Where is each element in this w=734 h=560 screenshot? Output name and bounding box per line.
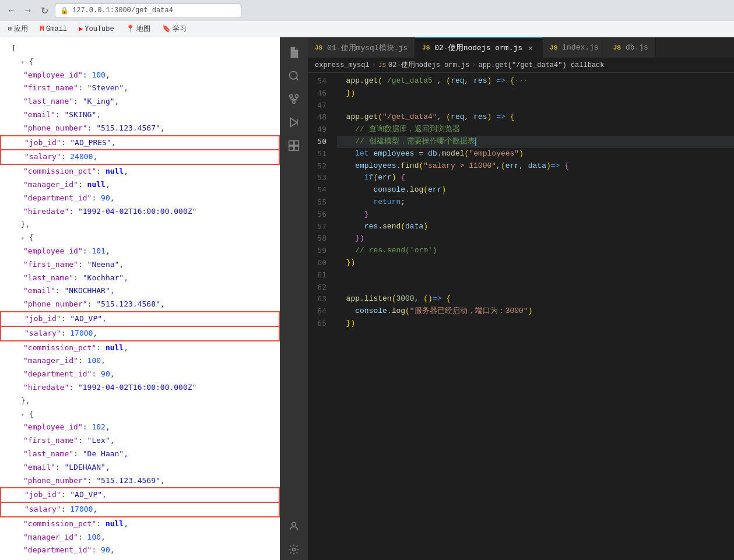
- svg-point-11: [292, 522, 296, 526]
- tab-02-orm[interactable]: JS 02-使用nodejs orm.js ✕: [415, 37, 543, 58]
- svg-line-1: [296, 78, 298, 80]
- code-line: // res.send('orm'): [337, 245, 734, 257]
- tab-close-button[interactable]: ✕: [526, 43, 535, 52]
- json-field: "commission_pct": null,: [0, 517, 280, 531]
- json-field: "employee_id": 101,: [0, 245, 280, 258]
- code-line: app.get("/get_data4", (req, res) => {: [337, 111, 734, 124]
- json-field: "hiredate": "1992-04-02T16:00:00.000Z": [0, 205, 280, 219]
- json-field: "department_id": 90,: [0, 544, 280, 557]
- json-obj1-open: ▾ {: [0, 55, 280, 69]
- svg-point-12: [293, 548, 296, 551]
- url-text: 127.0.0.1:3000/get_data4: [72, 6, 173, 15]
- forward-button[interactable]: →: [21, 3, 35, 17]
- code-line: }): [337, 87, 734, 100]
- breadcrumb-item: express_mysql: [315, 61, 370, 69]
- tab-lang-icon: JS: [613, 44, 621, 51]
- tab-index[interactable]: JS index.js: [543, 37, 606, 58]
- back-button[interactable]: ←: [5, 3, 19, 17]
- json-field: "department_id": 90,: [0, 192, 280, 205]
- run-icon[interactable]: [283, 112, 304, 133]
- tab-label: 02-使用nodejs orm.js: [434, 43, 522, 53]
- code-line: let employees = db.model("employees"): [337, 148, 734, 160]
- json-field: "last_name": "Kochhar",: [0, 272, 280, 285]
- tab-db[interactable]: JS db.js: [606, 37, 656, 58]
- json-field: "employee_id": 100,: [0, 69, 280, 82]
- svg-point-2: [293, 101, 296, 104]
- code-line: return;: [337, 196, 734, 209]
- bookmark-gmail[interactable]: M Gmail: [36, 23, 71, 34]
- code-line: }): [337, 257, 734, 269]
- code-line: if(err) {: [337, 172, 734, 184]
- json-highlight-row6: "salary": 17000,: [0, 503, 280, 517]
- json-field: "first_name": "Steven",: [0, 82, 280, 95]
- code-editor[interactable]: 54 46 47 48 49 50 51 52 53 54 55 56: [308, 73, 734, 560]
- svg-rect-8: [294, 141, 298, 146]
- tab-lang-icon: JS: [550, 44, 557, 51]
- json-field: "hiredate": "1992-04-02T16:00:00.000Z": [0, 381, 280, 395]
- json-obj2-close: },: [0, 395, 280, 408]
- json-highlight-row4: "salary": 17000,: [0, 327, 280, 341]
- tab-lang-icon: JS: [315, 44, 322, 51]
- bookmark-maps[interactable]: 📍 地图: [122, 23, 154, 35]
- extensions-icon[interactable]: [283, 135, 304, 156]
- search-icon[interactable]: [283, 65, 304, 86]
- json-field: "email": "LDEHAAN",: [0, 461, 280, 474]
- address-bar[interactable]: 🔒 127.0.0.1:3000/get_data4: [55, 3, 241, 18]
- tab-01-mysql[interactable]: JS 01-使用mysql模块.js: [308, 37, 415, 58]
- json-field: "last_name": "K_ing",: [0, 95, 280, 108]
- settings-icon[interactable]: [283, 539, 304, 560]
- line-numbers: 54 46 47 48 49 50 51 52 53 54 55 56: [308, 73, 332, 560]
- browser-chrome: ← → ↻ 🔒 127.0.0.1:3000/get_data4: [0, 0, 734, 21]
- json-highlight-row3: "job_id": "AD_VP",: [0, 311, 280, 327]
- code-line: app.listen(3000, ()=> {: [337, 293, 734, 305]
- lock-icon: 🔒: [60, 6, 69, 15]
- bookmark-apps[interactable]: ⊞ 应用: [5, 23, 31, 35]
- maps-icon: 📍: [126, 24, 135, 33]
- browser-json-panel: [ ▾ { "employee_id": 100, "first_name": …: [0, 37, 280, 560]
- json-field: "manager_id": 100,: [0, 531, 280, 544]
- vscode-tabs: JS 01-使用mysql模块.js JS 02-使用nodejs orm.js…: [308, 37, 734, 58]
- code-line: }: [337, 209, 734, 221]
- svg-point-3: [290, 95, 293, 98]
- json-field: "email": "SKING",: [0, 108, 280, 122]
- code-line: [337, 269, 734, 281]
- svg-point-0: [290, 72, 297, 79]
- json-field: "commission_pct": null,: [0, 341, 280, 355]
- json-root-bracket: [: [0, 42, 280, 55]
- apps-icon: ⊞: [8, 24, 12, 33]
- code-line: res.send(data): [337, 221, 734, 233]
- youtube-icon: ▶: [79, 24, 83, 33]
- code-line: // 查询数据库，返回到浏览器: [337, 124, 734, 136]
- activity-bar: [280, 37, 308, 560]
- json-field: "department_id": 90,: [0, 368, 280, 381]
- code-lines: app.get( /get_data5 , (req, res) => {···…: [332, 73, 734, 560]
- account-icon[interactable]: [283, 516, 304, 537]
- svg-point-4: [296, 95, 298, 98]
- json-field: "commission_pct": null,: [0, 165, 280, 178]
- git-icon[interactable]: [283, 89, 304, 110]
- svg-marker-5: [290, 118, 297, 127]
- bookmark-youtube[interactable]: ▶ YouTube: [75, 23, 118, 34]
- breadcrumb: express_mysql › JS 02-使用nodejs orm.js › …: [308, 58, 734, 73]
- code-line: }): [337, 318, 734, 330]
- json-obj2-open: ▾ {: [0, 231, 280, 245]
- breadcrumb-item: JS: [378, 62, 386, 69]
- files-icon[interactable]: [283, 42, 304, 63]
- json-field: "phone_number": "515.123.4568",: [0, 298, 280, 311]
- code-line: console.log("服务器已经启动，端口为：3000"): [337, 305, 734, 318]
- nav-buttons: ← → ↻: [5, 3, 51, 17]
- code-line: [337, 281, 734, 294]
- reload-button[interactable]: ↻: [37, 3, 51, 17]
- code-line: employees.find("salary > 11000",(err, da…: [337, 160, 734, 172]
- bookmark-study[interactable]: 🔖 学习: [159, 23, 190, 35]
- code-line: console.log(err): [337, 184, 734, 196]
- bookmarks-bar: ⊞ 应用 M Gmail ▶ YouTube 📍 地图 🔖 学习: [0, 21, 734, 37]
- svg-rect-10: [294, 146, 298, 151]
- vscode-content: JS 01-使用mysql模块.js JS 02-使用nodejs orm.js…: [308, 37, 734, 560]
- json-field: "phone_number": "515.123.4569",: [0, 474, 280, 488]
- tab-label: 01-使用mysql模块.js: [327, 43, 408, 53]
- json-field: "manager_id": 100,: [0, 354, 280, 368]
- json-field: "last_name": "De Haan",: [0, 448, 280, 461]
- json-highlight-row2: "salary": 24000,: [0, 150, 280, 165]
- tab-label: index.js: [562, 43, 598, 52]
